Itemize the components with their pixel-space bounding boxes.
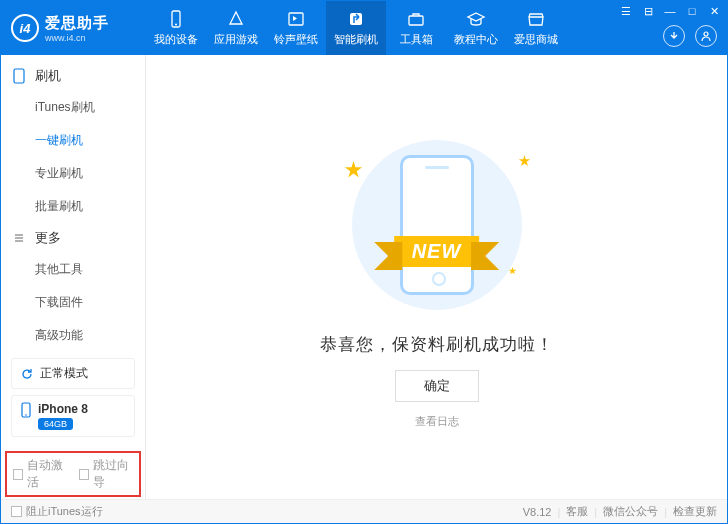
menu-icon[interactable]: ☰ — [619, 5, 633, 18]
tab-label: 教程中心 — [454, 32, 498, 47]
svg-rect-6 — [14, 69, 24, 83]
tab-label: 智能刷机 — [334, 32, 378, 47]
checkbox-skip-guide[interactable]: 跳过向导 — [79, 457, 133, 491]
list-icon — [13, 232, 29, 244]
sidebar-item-advanced[interactable]: 高级功能 — [35, 319, 145, 352]
tab-ringtones[interactable]: 铃声壁纸 — [266, 1, 326, 55]
storage-badge: 64GB — [38, 418, 73, 430]
svg-rect-4 — [409, 16, 423, 25]
checkbox-icon — [13, 469, 23, 480]
checkbox-icon — [11, 506, 22, 517]
success-message: 恭喜您，保资料刷机成功啦！ — [320, 333, 554, 356]
status-mode[interactable]: 正常模式 — [11, 358, 135, 389]
ribbon-text: NEW — [394, 236, 480, 267]
version-label: V8.12 — [523, 506, 552, 518]
wechat-link[interactable]: 微信公众号 — [603, 504, 658, 519]
checkbox-label: 跳过向导 — [93, 457, 133, 491]
tab-label: 我的设备 — [154, 32, 198, 47]
pin-icon[interactable]: ⊟ — [641, 5, 655, 18]
user-icon[interactable] — [695, 25, 717, 47]
check-update-link[interactable]: 检查更新 — [673, 504, 717, 519]
tab-flash[interactable]: 智能刷机 — [326, 1, 386, 55]
wallpaper-icon — [286, 9, 306, 29]
svg-point-5 — [704, 32, 708, 36]
sidebar: 刷机 iTunes刷机 一键刷机 专业刷机 批量刷机 更多 其他工具 下载固件 — [1, 55, 146, 499]
support-link[interactable]: 客服 — [566, 504, 588, 519]
sidebar-group-title: 更多 — [35, 229, 61, 247]
checkbox-icon — [79, 469, 89, 480]
refresh-icon — [20, 367, 34, 381]
tab-label: 工具箱 — [400, 32, 433, 47]
phone-icon — [166, 9, 186, 29]
success-illustration: NEW — [327, 135, 547, 315]
footer-bar: 阻止iTunes运行 V8.12 | 客服 | 微信公众号 | 检查更新 — [1, 499, 727, 523]
sidebar-item-oneclick-flash[interactable]: 一键刷机 — [35, 124, 145, 157]
status-device[interactable]: iPhone 8 64GB — [11, 395, 135, 437]
new-ribbon-icon: NEW — [394, 236, 480, 267]
ok-button[interactable]: 确定 — [395, 370, 479, 402]
main-content: NEW 恭喜您，保资料刷机成功啦！ 确定 查看日志 — [146, 55, 727, 499]
device-name: iPhone 8 — [38, 402, 88, 416]
apps-icon — [226, 9, 246, 29]
view-log-link[interactable]: 查看日志 — [415, 414, 459, 429]
tab-label: 铃声壁纸 — [274, 32, 318, 47]
sidebar-group-flash[interactable]: 刷机 — [1, 61, 145, 91]
graduation-icon — [466, 9, 486, 29]
tab-toolbox[interactable]: 工具箱 — [386, 1, 446, 55]
checkbox-label: 自动激活 — [27, 457, 67, 491]
phone-small-icon — [20, 402, 32, 418]
sidebar-group-more[interactable]: 更多 — [1, 223, 145, 253]
sidebar-item-other-tools[interactable]: 其他工具 — [35, 253, 145, 286]
minimize-icon[interactable]: — — [663, 5, 677, 18]
tab-apps[interactable]: 应用游戏 — [206, 1, 266, 55]
logo[interactable]: i4 爱思助手 www.i4.cn — [1, 14, 146, 43]
checkbox-block-itunes[interactable]: 阻止iTunes运行 — [11, 504, 103, 519]
tab-tutorials[interactable]: 教程中心 — [446, 1, 506, 55]
download-icon[interactable] — [663, 25, 685, 47]
tab-label: 爱思商城 — [514, 32, 558, 47]
logo-badge-icon: i4 — [11, 14, 39, 42]
tab-label: 应用游戏 — [214, 32, 258, 47]
options-checkboxes: 自动激活 跳过向导 — [5, 451, 141, 497]
phone-illustration-icon — [400, 155, 474, 295]
svg-point-1 — [175, 24, 177, 26]
sidebar-item-itunes-flash[interactable]: iTunes刷机 — [35, 91, 145, 124]
header: i4 爱思助手 www.i4.cn 我的设备 应用游戏 — [1, 1, 727, 55]
svg-point-8 — [25, 414, 27, 416]
sidebar-group-title: 刷机 — [35, 67, 61, 85]
sidebar-item-batch-flash[interactable]: 批量刷机 — [35, 190, 145, 223]
checkbox-auto-activate[interactable]: 自动激活 — [13, 457, 67, 491]
status-mode-label: 正常模式 — [40, 365, 88, 382]
main-tabs: 我的设备 应用游戏 铃声壁纸 智能刷机 — [146, 1, 566, 55]
logo-url: www.i4.cn — [45, 33, 109, 43]
sidebar-item-download-fw[interactable]: 下载固件 — [35, 286, 145, 319]
tab-store[interactable]: 爱思商城 — [506, 1, 566, 55]
close-icon[interactable]: ✕ — [707, 5, 721, 18]
tab-my-device[interactable]: 我的设备 — [146, 1, 206, 55]
sidebar-item-pro-flash[interactable]: 专业刷机 — [35, 157, 145, 190]
checkbox-label: 阻止iTunes运行 — [26, 504, 103, 519]
maximize-icon[interactable]: □ — [685, 5, 699, 18]
logo-title: 爱思助手 — [45, 14, 109, 33]
flash-icon — [346, 9, 366, 29]
device-icon — [13, 68, 29, 84]
window-controls: ☰ ⊟ — □ ✕ — [619, 5, 721, 18]
toolbox-icon — [406, 9, 426, 29]
store-icon — [526, 9, 546, 29]
